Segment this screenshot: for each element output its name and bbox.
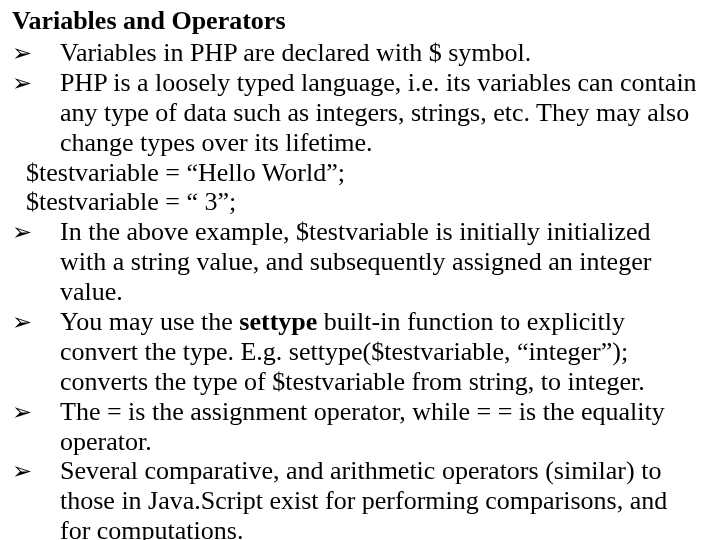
bullet-1: ➢ Variables in PHP are declared with $ s… [12, 38, 702, 68]
bullet-4-bold: settype [239, 307, 317, 336]
bullet-3: ➢ In the above example, $testvariable is… [12, 217, 702, 307]
chevron-right-icon: ➢ [12, 456, 60, 486]
chevron-right-icon: ➢ [12, 307, 60, 337]
bullet-3-text-content: In the above example, $testvariable is i… [60, 217, 651, 306]
chevron-right-icon: ➢ [12, 38, 60, 68]
chevron-right-icon: ➢ [12, 68, 60, 98]
bullet-5: ➢ The = is the assignment operator, whil… [12, 397, 702, 457]
bullet-6: ➢ Several comparative, and arithmetic op… [12, 456, 702, 540]
chevron-right-icon: ➢ [12, 397, 60, 427]
bullet-5-text: The = is the assignment operator, while … [60, 397, 702, 457]
bullet-3-text: In the above example, $testvariable is i… [60, 217, 702, 307]
slide: Variables and Operators ➢ Variables in P… [0, 0, 720, 540]
bullet-1-text: Variables in PHP are declared with $ sym… [60, 38, 702, 68]
bullet-6-text: Several comparative, and arithmetic oper… [60, 456, 702, 540]
bullet-2-text: PHP is a loosely typed language, i.e. it… [60, 68, 702, 158]
bullet-2: ➢ PHP is a loosely typed language, i.e. … [12, 68, 702, 158]
bullet-4-text: You may use the settype built-in functio… [60, 307, 702, 397]
code-line-2: $testvariable = “ 3”; [12, 187, 702, 217]
code-line-1: $testvariable = “Hello World”; [12, 158, 702, 188]
slide-title: Variables and Operators [12, 6, 702, 36]
bullet-4: ➢ You may use the settype built-in funct… [12, 307, 702, 397]
chevron-right-icon: ➢ [12, 217, 60, 247]
bullet-4-pre: You may use the [60, 307, 239, 336]
